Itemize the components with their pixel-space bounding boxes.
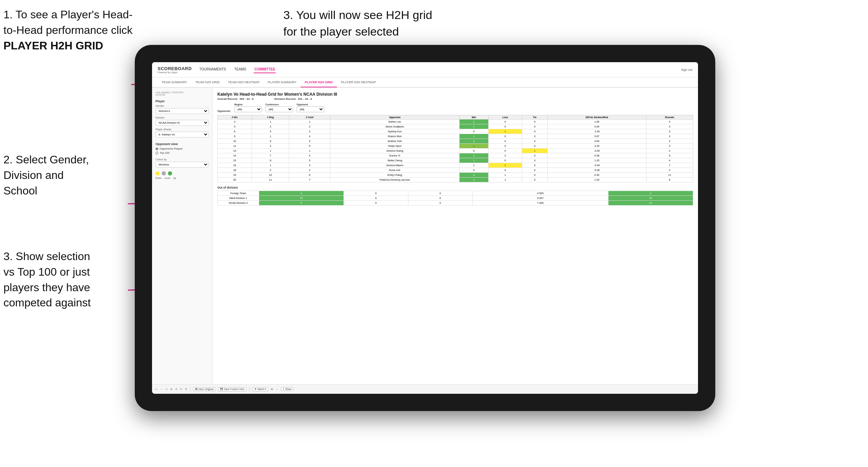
tablet-screen: SCOREBOARD Powered by clippd TOURNAMENTS…	[152, 62, 698, 394]
filter-conference-label: Conference	[265, 103, 293, 106]
colour-dots	[155, 171, 209, 175]
subnav-player-h2h-heatmap[interactable]: PLAYER H2H HEATMAP	[337, 78, 380, 87]
toolbar-share[interactable]: ⤴ Share	[281, 387, 294, 391]
toolbar-undo[interactable]: ↩	[155, 388, 158, 391]
colour-section: Colour by Win/loss Down Level Up	[155, 158, 209, 179]
table-row: 3 1 1 Esther Lee 1 0 0 1.50 4	[218, 120, 693, 124]
table-row: 18 2 2 Euna Lee 0 0 0 -5.00 2	[218, 168, 693, 173]
table-row: 14 7 4 Eunice Yi 2 2 0 0.38 9	[218, 153, 693, 158]
table-row: 15 8 5 Stella Cheng 1 0 0 1.25 4	[218, 158, 693, 163]
annotation-mid-left: 2. Select Gender,Division andSchool	[3, 152, 124, 198]
logo-area: SCOREBOARD Powered by clippd	[158, 66, 192, 74]
toolbar-view-original[interactable]: 🖼 View: Original	[193, 387, 215, 391]
table-row: 9 1 4 Sharon Mun 1 0 0 3.67 3	[218, 134, 693, 139]
filter-row: Opponents: Region (All) Conference (All)	[217, 103, 693, 112]
th-diff: Diff Av Strokes/Rnd	[547, 115, 646, 120]
radio-top-100[interactable]: Top 100	[155, 151, 209, 154]
toolbar-save-custom[interactable]: 💾 Save Custom View	[218, 387, 246, 391]
th-win: Win	[459, 115, 488, 120]
sidebar-player-title: Player	[155, 99, 209, 103]
main-content: Last Updated: 27/03/202416:55:38 Player …	[152, 88, 698, 384]
h2h-table: # Div # Reg # Conf Opponent Win Loss Tie…	[217, 115, 693, 182]
navbar: SCOREBOARD Powered by clippd TOURNAMENTS…	[152, 62, 698, 77]
sidebar-player-rank-label: Player (Rank)	[155, 128, 209, 131]
content-records: Overall Record: 353 - 34 - 6 Division Re…	[217, 97, 693, 101]
th-rounds: Rounds	[646, 115, 693, 120]
colour-dot-down	[155, 171, 160, 175]
radio-opponents-played[interactable]: Opponents Played	[155, 147, 209, 150]
nav-sign-out[interactable]: Sign out	[681, 68, 692, 72]
toolbar-refresh1[interactable]: ↺	[175, 388, 177, 391]
filter-opponent-label: Opponent	[296, 103, 324, 106]
th-opponent: Opponent	[330, 115, 460, 120]
table-row: 19 10 6 Emily Chang 4 1 0 0.30 11	[218, 173, 693, 178]
filter-opponent-group: Opponent (All)	[296, 103, 324, 112]
subnav-team-h2h-heatmap[interactable]: TEAM H2H HEATMAP	[224, 78, 264, 87]
sidebar-division-select[interactable]: NCAA Division III	[155, 120, 209, 126]
toolbar-divider1	[190, 387, 190, 392]
toolbar-watch[interactable]: 👁 Watch ▾	[252, 387, 268, 391]
table-row: 10 6 3 Andrea York 2 0 0 4.00 4	[218, 139, 693, 144]
filter-region-group: Region (All)	[234, 103, 262, 112]
sidebar-division-label: Division	[155, 116, 209, 119]
out-of-division-table: Foreign Team 1 0 0 4.500 2 NAIA Division…	[217, 191, 693, 206]
toolbar-back[interactable]: ←	[160, 388, 163, 390]
th-loss: Loss	[488, 115, 522, 120]
table-row: 5 2 2 Alexis Sudjianto 1 0 0 4.00 3	[218, 124, 693, 129]
toolbar-icon2[interactable]: ↔	[276, 388, 278, 390]
table-row: 20 11 7 Federica Domecq Lacroze 2 1 0 1.…	[218, 178, 693, 182]
sidebar-player-rank-select[interactable]: 8. Katelyn Vo	[155, 132, 209, 137]
sidebar-timestamp: Last Updated: 27/03/202416:55:38	[155, 91, 209, 96]
filter-region-select[interactable]: (All)	[234, 106, 262, 112]
th-tie: Tie	[522, 115, 547, 120]
ood-table-row: NAIA Division 1 15 0 0 9.267 30	[218, 196, 693, 201]
subnav-player-summary[interactable]: PLAYER SUMMARY	[264, 78, 301, 87]
sidebar-gender-label: Gender	[155, 104, 209, 107]
colour-dot-up	[168, 171, 172, 175]
legend-up: Up	[173, 177, 176, 179]
content-title: Katelyn Vo Head-to-Head Grid for Women's…	[217, 92, 693, 97]
nav-teams[interactable]: TEAMS	[234, 66, 247, 73]
subnav-player-h2h-grid[interactable]: PLAYER H2H GRID	[301, 78, 337, 87]
table-row: 13 1 1 Jessica Huang 0 0 1 -3.00 2	[218, 149, 693, 153]
toolbar-add[interactable]: ⊕	[170, 388, 172, 391]
toolbar-timer[interactable]: ⏱	[185, 388, 187, 390]
logo-text: SCOREBOARD	[158, 66, 192, 71]
out-of-division-title: Out of division	[217, 186, 693, 189]
toolbar-redo[interactable]: ↪	[166, 388, 168, 391]
colour-by-select[interactable]: Win/loss	[155, 162, 209, 168]
th-conf: # Conf	[289, 115, 330, 120]
legend-down: Down	[155, 177, 162, 179]
subnav-team-h2h-grid[interactable]: TEAM H2H GRID	[191, 78, 224, 87]
opponent-view-title: Opponent view	[155, 142, 209, 146]
annotation-top-right: 3. You will now see H2H grid for the pla…	[283, 7, 456, 40]
subnav-team-summary[interactable]: TEAM SUMMARY	[158, 78, 191, 87]
filter-region-label: Region	[234, 103, 262, 106]
colour-dot-level	[162, 171, 166, 175]
legend-level: Level	[164, 177, 170, 179]
ood-table-row: NCAA Division 2 5 0 0 7.400 10	[218, 201, 693, 206]
sidebar: Last Updated: 27/03/202416:55:38 Player …	[152, 88, 213, 384]
th-reg: # Reg	[252, 115, 289, 120]
nav-committee[interactable]: COMMITTEE	[254, 66, 276, 73]
filter-opponent-select[interactable]: (All)	[296, 106, 324, 112]
ood-table-row: Foreign Team 1 0 0 4.500 2	[218, 191, 693, 196]
filter-opponents: Opponents:	[217, 110, 231, 112]
colour-by-label: Colour by	[155, 158, 209, 161]
nav-links: TOURNAMENTS TEAMS COMMITTEE	[199, 66, 681, 73]
sidebar-gender-select[interactable]: Women's Men's	[155, 108, 209, 114]
filter-conference-group: Conference (All)	[265, 103, 293, 112]
annotation-bottom-left: 3. Show selectionvs Top 100 or justplaye…	[3, 249, 131, 311]
subnav: TEAM SUMMARY TEAM H2H GRID TEAM H2H HEAT…	[152, 77, 698, 88]
toolbar-icon1[interactable]: ⊞	[271, 388, 273, 391]
filter-opponents-label: Opponents:	[217, 110, 231, 112]
table-row: 11 2 5 Heeju Hyun 1 0 0 3.33 3	[218, 144, 693, 149]
toolbar-refresh2[interactable]: ↻	[180, 388, 182, 391]
nav-tournaments[interactable]: TOURNAMENTS	[199, 66, 227, 73]
table-row: 6 3 3 Sydney Kuo 0 1 0 -1.00 3	[218, 129, 693, 134]
radio-dot-empty	[155, 152, 158, 154]
table-row: 16 1 3 Jessica Mason 1 2 0 -0.94 7	[218, 163, 693, 168]
toolbar-divider2	[249, 387, 249, 392]
filter-conference-select[interactable]: (All)	[265, 106, 293, 112]
th-div: # Div	[218, 115, 252, 120]
